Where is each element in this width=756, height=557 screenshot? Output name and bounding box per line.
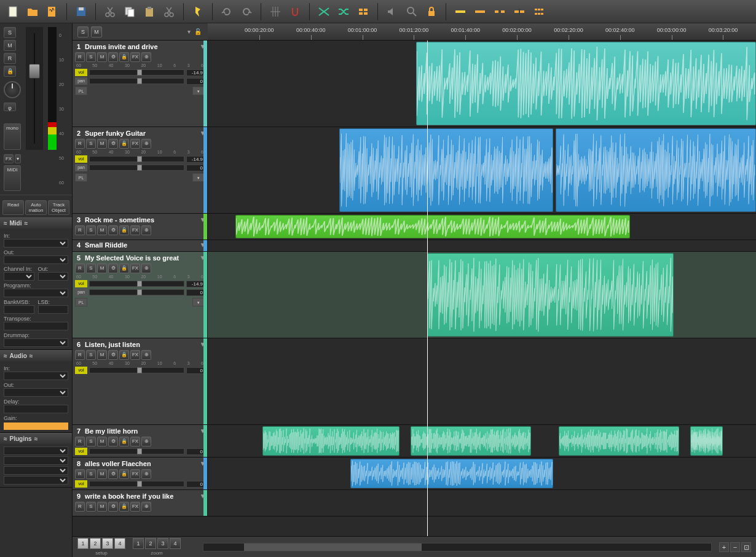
track-record[interactable]: R — [75, 225, 85, 235]
track-solo[interactable]: S — [86, 52, 96, 62]
marker-icon[interactable] — [190, 4, 206, 20]
track-record[interactable]: R — [75, 139, 85, 149]
audio-clip[interactable] — [559, 426, 679, 456]
timeline-ruler[interactable]: 00:00:20:0000:00:40:0000:01:00:0000:01:2… — [208, 23, 756, 41]
undo-icon[interactable] — [219, 4, 235, 20]
track-gear-icon[interactable]: ⚙ — [108, 225, 118, 235]
audio-clip[interactable] — [416, 42, 756, 125]
vol-slider[interactable] — [89, 69, 184, 76]
midi-lsb-input[interactable] — [38, 305, 69, 314]
zoom-page-4[interactable]: 4 — [170, 538, 181, 549]
track-mute[interactable]: M — [97, 469, 107, 479]
track-lane-3[interactable] — [208, 214, 756, 240]
track-solo[interactable]: S — [86, 469, 96, 479]
track-record[interactable]: R — [75, 437, 85, 446]
cut-icon[interactable] — [102, 4, 118, 20]
track-lane-4[interactable] — [208, 240, 756, 251]
record-button[interactable]: R — [4, 53, 16, 64]
track-head-8[interactable]: 8alles voller Flaechen▾ R S M⚙🔒FX⊕vol0 — [73, 458, 208, 489]
track-solo[interactable]: S — [86, 225, 96, 235]
track-lane-9[interactable] — [208, 490, 756, 516]
track-solo[interactable]: S — [86, 263, 96, 273]
zoom-reset[interactable]: ⊡ — [741, 542, 751, 552]
track-lock-icon[interactable]: 🔒 — [119, 502, 129, 512]
plugin-slot-1[interactable] — [4, 446, 68, 455]
track-head-9[interactable]: 9write a book here if you like▾ R S M⚙🔒F… — [73, 490, 208, 516]
track-head-6[interactable]: 6Listen, just listen▾ R S M⚙ 🔒 FX ⊕60504… — [73, 338, 208, 424]
lock-icon[interactable] — [423, 4, 439, 20]
grouping-icon[interactable] — [355, 4, 371, 20]
track-mute[interactable]: M — [97, 225, 107, 235]
midi-chin-select[interactable] — [4, 272, 34, 281]
mono-button[interactable]: mono — [4, 123, 21, 150]
audio-out-select[interactable] — [4, 388, 68, 397]
fx-dropdown[interactable]: ▾ — [15, 154, 21, 163]
shuffle-icon[interactable] — [336, 4, 352, 20]
audio-clip[interactable] — [411, 426, 531, 456]
redo-icon[interactable] — [238, 4, 254, 20]
grid-icon[interactable] — [267, 4, 283, 20]
track-mute[interactable]: M — [97, 350, 107, 360]
track-fx[interactable]: FX — [130, 225, 140, 235]
plugin-slot-4[interactable] — [4, 476, 68, 485]
pan-slider[interactable] — [89, 78, 184, 84]
track-head-4[interactable]: 4Small Riiddle▾ — [73, 240, 208, 251]
track-lane-7[interactable] — [208, 425, 756, 457]
track-plugin-icon[interactable]: ⊕ — [141, 350, 151, 360]
phi-button[interactable]: φ — [4, 103, 16, 111]
save-icon[interactable] — [73, 4, 89, 20]
track-mute[interactable]: M — [97, 139, 107, 149]
track-mute[interactable]: M — [97, 52, 107, 62]
setup-page-1[interactable]: 1 — [77, 538, 89, 549]
vol-slider[interactable] — [89, 481, 184, 487]
track-lock-icon[interactable]: 🔒 — [119, 437, 129, 446]
track-head-5[interactable]: 5My Selected Voice is so great▾ R S M⚙ 🔒… — [73, 252, 208, 338]
midi-header[interactable]: ≈ Midi ≈ — [0, 218, 72, 228]
read-button[interactable]: Read — [2, 200, 24, 215]
region-orange-icon[interactable] — [472, 4, 488, 20]
track-solo[interactable]: S — [86, 502, 96, 512]
track-lock-icon[interactable]: 🔒 — [119, 139, 129, 149]
midi-transpose-input[interactable] — [4, 322, 68, 330]
cut-alt-icon[interactable] — [161, 4, 177, 20]
track-mute[interactable]: M — [97, 502, 107, 512]
track-lock-icon[interactable]: 🔒 — [119, 52, 129, 62]
audio-clip[interactable] — [235, 215, 630, 238]
zoom-page-2[interactable]: 2 — [145, 538, 156, 549]
all-solo-button[interactable]: S — [77, 26, 89, 37]
track-lane-8[interactable] — [208, 458, 756, 489]
region-yellow-icon[interactable] — [452, 4, 468, 20]
mute-button[interactable]: M — [4, 40, 16, 51]
master-dropdown[interactable]: ▾ — [187, 28, 191, 35]
snap-icon[interactable] — [287, 4, 303, 20]
midi-prog-select[interactable] — [4, 289, 68, 297]
track-lock-icon[interactable]: 🔒 — [119, 350, 129, 360]
track-gear-icon[interactable]: ⚙ — [108, 52, 118, 62]
track-solo[interactable]: S — [86, 437, 96, 446]
vol-slider[interactable] — [89, 281, 184, 287]
track-gear-icon[interactable]: ⚙ — [108, 469, 118, 479]
track-record[interactable]: R — [75, 350, 85, 360]
track-solo[interactable]: S — [86, 139, 96, 149]
fx-button[interactable]: FX — [4, 154, 14, 163]
audio-clip[interactable] — [262, 426, 400, 456]
track-fx[interactable]: FX — [130, 139, 140, 149]
grid-tool-icon[interactable] — [531, 4, 547, 20]
track-fx[interactable]: FX — [130, 437, 140, 446]
track-solo[interactable]: S — [86, 350, 96, 360]
track-fx[interactable]: FX — [130, 350, 140, 360]
track-lane-1[interactable] — [208, 41, 756, 127]
audio-clip[interactable] — [556, 128, 756, 212]
track-record[interactable]: R — [75, 52, 85, 62]
paste-icon[interactable] — [141, 4, 157, 20]
region-cut-icon[interactable] — [492, 4, 508, 20]
setup-page-3[interactable]: 3 — [102, 538, 113, 549]
track-fx[interactable]: FX — [130, 263, 140, 273]
track-head-7[interactable]: 7Be my little horn▾ R S M⚙🔒FX⊕vol0 — [73, 425, 208, 457]
track-object-button[interactable]: Track Object — [48, 200, 69, 215]
plugin-slot-2[interactable] — [4, 456, 68, 465]
track-fx[interactable]: FX — [130, 502, 140, 512]
audio-in-select[interactable] — [4, 372, 68, 380]
track-record[interactable]: R — [75, 502, 85, 512]
track-head-1[interactable]: 1Drums invite and drive▾ R S M⚙ 🔒 FX ⊕60… — [73, 41, 208, 127]
